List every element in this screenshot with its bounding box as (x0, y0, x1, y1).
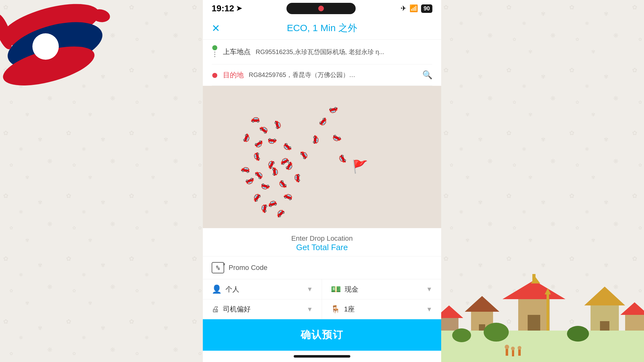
svg-marker-11 (531, 277, 540, 283)
seats-option[interactable]: 🪑 1座 ▼ (322, 299, 441, 319)
passenger-chevron-icon: ▼ (307, 286, 313, 293)
pickup-label: 上车地点 (223, 47, 251, 57)
car-icon-22: 🚗 (313, 135, 322, 145)
car-icon-2: 🚗 (274, 118, 285, 130)
promo-label: Promo Code (229, 264, 268, 272)
car-icon-4: 🚗 (254, 139, 266, 152)
driver-icon: 🖨 (212, 305, 219, 314)
seat-icon: 🪑 (331, 305, 340, 314)
pickup-dot (212, 45, 217, 50)
cash-icon: 💵 (331, 284, 341, 294)
destination-label: 目的地 (223, 70, 244, 80)
destination-indicator (212, 72, 218, 78)
car-icon-5: 🚗 (267, 138, 277, 148)
location-section: 上车地点 RG95516235,永珍瓦岱国际机场, 老挝永珍 η... 目的地 … (203, 40, 441, 86)
status-bar: 19:12 ➤ ✈ 📶 90 (203, 0, 441, 17)
car-icon-28: 🚗 (273, 206, 286, 219)
svg-point-3 (32, 33, 59, 60)
car-icon-0: 🚗 (251, 114, 260, 123)
svg-marker-13 (465, 296, 499, 312)
svg-rect-29 (512, 349, 514, 356)
svg-point-32 (518, 346, 521, 350)
home-bar (294, 355, 350, 358)
payment-text: 现金 (345, 285, 422, 294)
car-icon-20: 🚗 (283, 190, 295, 201)
svg-marker-21 (620, 302, 644, 315)
options-row-1: 👤 个人 ▼ 💵 现金 ▼ (203, 279, 441, 299)
temple-decoration (424, 274, 644, 362)
passenger-type-text: 个人 (225, 285, 303, 294)
car-icon-10: 🚗 (240, 163, 251, 173)
svg-rect-15 (440, 318, 458, 331)
destination-value: RG84259765，香昆寺（万佛公园）… (249, 71, 417, 79)
car-icon-3: 🚗 (242, 133, 254, 145)
svg-point-28 (505, 345, 509, 349)
car-icon-23: 🚗 (318, 116, 331, 129)
svg-point-30 (511, 347, 515, 350)
get-fare-button[interactable]: Get Total Fare (212, 243, 432, 252)
pickup-row: 上车地点 RG95516235,永珍瓦岱国际机场, 老挝永珍 η... (212, 40, 432, 64)
time-text: 19:12 (212, 3, 234, 14)
recording-dot (318, 6, 324, 11)
car-icon-26: 🚗 (335, 154, 347, 166)
header-bar: ✕ ECO, 1 Min 之外 (203, 17, 441, 40)
driver-pref-text: 司机偏好 (223, 304, 303, 314)
search-icon[interactable]: 🔍 (422, 70, 432, 80)
car-icon-12: 🚗 (272, 166, 281, 176)
svg-rect-20 (625, 315, 644, 331)
map-area[interactable]: 🚗🚗🚗🚗🚗🚗🚗🚗🚗🚗🚗🚗🚗🚗🚗🚗🚗🚗🚗🚗🚗🚗🚗🚗🚗🚗🚗🚗🚗🚩 (203, 86, 441, 228)
destination-flag: 🚩 (352, 159, 368, 174)
seats-text: 1座 (344, 304, 422, 314)
close-button[interactable]: ✕ (212, 22, 220, 34)
promo-icon: %✕ (212, 262, 224, 273)
svg-rect-25 (547, 293, 549, 331)
separator-dots (214, 50, 215, 58)
svg-point-24 (452, 328, 471, 342)
driver-pref-chevron-icon: ▼ (307, 306, 313, 313)
status-right-icons: ✈ 📶 90 (401, 4, 432, 13)
airplane-icon: ✈ (401, 4, 406, 13)
destination-row[interactable]: 目的地 RG84259765，香昆寺（万佛公园）… 🔍 (212, 64, 432, 86)
driver-preference-option[interactable]: 🖨 司机偏好 ▼ (203, 299, 322, 319)
car-icon-25: 🚗 (330, 134, 342, 146)
confirm-button[interactable]: 确认预订 (203, 319, 441, 351)
status-time: 19:12 ➤ (212, 3, 242, 14)
header-title: ECO, 1 Min 之外 (287, 22, 357, 35)
wifi-icon: 📶 (409, 4, 418, 13)
person-icon: 👤 (212, 284, 222, 294)
car-icon-15: 🚗 (259, 183, 270, 194)
bottom-panel: Enter Drop Location Get Total Fare %✕ Pr… (203, 228, 441, 362)
flag-decoration (0, 0, 119, 88)
car-icon-18: 🚗 (249, 190, 262, 203)
payment-chevron-icon: ▼ (426, 286, 432, 293)
car-icon-27: 🚗 (257, 203, 267, 214)
car-icon-17: 🚗 (291, 173, 300, 183)
home-indicator (203, 351, 441, 362)
pickup-value: RG95516235,永珍瓦岱国际机场, 老挝永珍 η... (256, 48, 432, 56)
destination-dot (212, 73, 217, 78)
svg-rect-19 (600, 321, 609, 331)
car-icon-7: 🚗 (250, 151, 260, 162)
passenger-type-option[interactable]: 👤 个人 ▼ (203, 279, 322, 299)
car-icon-6: 🚗 (280, 142, 293, 155)
payment-option[interactable]: 💵 现金 ▼ (322, 279, 441, 299)
enter-drop-text: Enter Drop Location (212, 234, 432, 243)
car-icon-1: 🚗 (258, 122, 271, 135)
status-center-pill (286, 3, 356, 14)
seats-chevron-icon: ▼ (426, 306, 432, 313)
options-row-2: 🖨 司机偏好 ▼ 🪑 1座 ▼ (203, 299, 441, 319)
car-icon-11: 🚗 (253, 167, 266, 180)
promo-row[interactable]: %✕ Promo Code (203, 256, 441, 279)
svg-rect-31 (518, 349, 521, 356)
pickup-indicator (212, 45, 218, 58)
svg-point-23 (567, 326, 589, 342)
car-icon-19: 🚗 (266, 197, 278, 208)
svg-rect-9 (528, 315, 540, 331)
location-arrow-icon: ➤ (236, 4, 242, 13)
fare-section: Enter Drop Location Get Total Fare (203, 228, 441, 256)
car-icon-24: 🚗 (328, 106, 339, 117)
phone-container: 19:12 ➤ ✈ 📶 90 ✕ ECO, 1 Min 之外 (203, 0, 441, 362)
battery-percent: 90 (421, 4, 432, 13)
svg-marker-18 (584, 287, 625, 305)
car-icon-21: 🚗 (299, 148, 312, 160)
